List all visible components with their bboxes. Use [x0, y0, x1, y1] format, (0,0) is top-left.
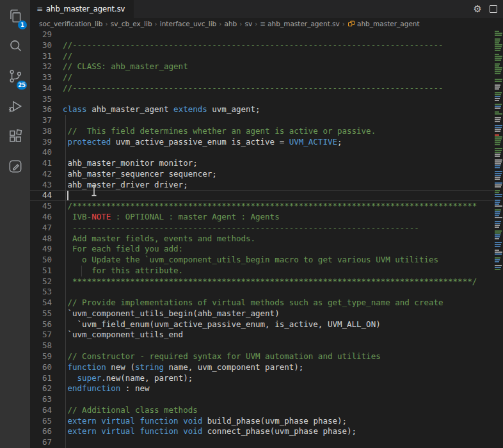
code-line[interactable]: 38 // This field determines whether an a… [30, 126, 494, 137]
code-line[interactable]: 44 [30, 190, 494, 201]
line-number[interactable]: 47 [30, 223, 63, 234]
code-line[interactable]: 63 [30, 394, 494, 405]
code-line[interactable]: 45 /************************************… [30, 201, 494, 212]
line-number[interactable]: 52 [30, 276, 63, 287]
line-number[interactable]: 36 [30, 104, 63, 115]
code-line[interactable]: 46 IVB-NOTE : OPTIONAL : master Agent : … [30, 212, 494, 223]
line-number[interactable]: 58 [30, 340, 63, 351]
code-line[interactable]: 67 [30, 437, 494, 448]
line-number[interactable]: 46 [30, 212, 63, 223]
line-number[interactable]: 67 [30, 437, 63, 448]
line-number[interactable]: 43 [30, 180, 63, 191]
code-line[interactable]: 47 -------------------------------------… [30, 223, 494, 234]
line-number[interactable]: 62 [30, 383, 63, 394]
line-number[interactable]: 63 [30, 394, 63, 405]
line-number[interactable]: 64 [30, 405, 63, 416]
line-number[interactable]: 39 [30, 137, 63, 148]
code-line[interactable]: 43 ahb_master_driver driver; [30, 180, 494, 191]
code-line[interactable]: 42 ahb_master_sequencer sequencer; [30, 169, 494, 180]
code-line[interactable]: 61 super.new(name, parent); [30, 373, 494, 384]
line-number[interactable]: 30 [30, 40, 63, 51]
code-line[interactable]: 39 protected uvm_active_passive_enum is_… [30, 137, 494, 148]
code-line[interactable]: 59 // Constructor - required syntax for … [30, 351, 494, 362]
line-number[interactable]: 66 [30, 426, 63, 437]
line-number[interactable]: 33 [30, 72, 63, 83]
settings-gear-icon[interactable]: ⚙ [474, 4, 482, 14]
line-number[interactable]: 31 [30, 51, 63, 62]
line-number[interactable]: 45 [30, 201, 63, 212]
line-number[interactable]: 44 [30, 190, 63, 201]
line-number[interactable]: 34 [30, 83, 63, 94]
line-number[interactable]: 60 [30, 362, 63, 373]
code-line[interactable]: 35 [30, 94, 494, 105]
breadcrumb-file[interactable]: ≡ahb_master_agent.sv [260, 20, 339, 28]
code-line[interactable]: 57 `uvm_component_utils_end [30, 330, 494, 340]
line-number[interactable]: 61 [30, 373, 63, 384]
code-line[interactable]: 53 [30, 287, 494, 298]
line-number[interactable]: 55 [30, 308, 63, 319]
breadcrumb-item[interactable]: sv [244, 20, 252, 28]
activity-item-pencil-box[interactable] [0, 152, 30, 182]
line-number[interactable]: 65 [30, 416, 63, 427]
code-line[interactable]: 30//------------------------------------… [30, 40, 494, 51]
line-number[interactable]: 37 [30, 115, 63, 126]
code-line[interactable]: 54 // Provide implementations of virtual… [30, 298, 494, 308]
code-line[interactable]: 64 // Additional class methods [30, 405, 494, 416]
line-number[interactable]: 41 [30, 158, 63, 169]
code-line[interactable]: 65 extern virtual function void build_ph… [30, 416, 494, 427]
line-number[interactable]: 56 [30, 319, 63, 330]
line-number[interactable]: 38 [30, 126, 63, 137]
line-number[interactable]: 53 [30, 287, 63, 298]
code-line[interactable]: 40 [30, 147, 494, 158]
activity-item-search[interactable] [0, 32, 30, 62]
minimap-row [495, 240, 502, 241]
line-number[interactable]: 35 [30, 94, 63, 105]
breadcrumb-item[interactable]: soc_verification_lib [39, 20, 103, 28]
code-line[interactable]: 33// [30, 72, 494, 83]
code-line[interactable]: 48 Add master fields, events and methods… [30, 234, 494, 244]
activity-item-explorer[interactable]: 1 [0, 2, 30, 32]
code-line[interactable]: 60 function new (string name, uvm_compon… [30, 362, 494, 373]
code-line[interactable]: 52 *************************************… [30, 276, 494, 287]
code-line[interactable]: 66 extern virtual function void connect_… [30, 426, 494, 437]
tab-ahb-master-agent[interactable]: ≡ ahb_master_agent.sv [30, 0, 134, 18]
code-line[interactable]: 62 endfunction : new [30, 383, 494, 394]
code-line[interactable]: 37 [30, 115, 494, 126]
breadcrumb-item[interactable]: sv_cb_ex_lib [111, 20, 152, 28]
code-line[interactable]: 51 for this attribute. [30, 266, 494, 276]
code-line[interactable]: 56 `uvm_field_enum(uvm_active_passive_en… [30, 319, 494, 330]
activity-item-source-control[interactable]: 25 [0, 62, 30, 92]
minimap-row [495, 150, 502, 151]
line-number[interactable]: 59 [30, 351, 63, 362]
line-number[interactable]: 29 [30, 29, 63, 40]
code-line[interactable]: 31// [30, 51, 494, 62]
line-number[interactable]: 40 [30, 147, 63, 158]
code-line[interactable]: 41 ahb_master_monitor monitor; [30, 158, 494, 169]
breadcrumb-symbol[interactable]: ahb_master_agent [347, 20, 420, 28]
line-number[interactable]: 32 [30, 61, 63, 72]
code-line[interactable]: 34//------------------------------------… [30, 83, 494, 94]
vscode-window: 1 25 [0, 0, 503, 448]
activity-item-extensions[interactable] [0, 122, 30, 152]
line-number[interactable]: 42 [30, 169, 63, 180]
code-line[interactable]: 58 [30, 340, 494, 351]
code-editor[interactable]: 2930//----------------------------------… [30, 29, 503, 448]
line-number[interactable]: 50 [30, 255, 63, 266]
minimap-row [495, 175, 501, 176]
code-line[interactable]: 36class ahb_master_agent extends uvm_age… [30, 104, 494, 115]
minimap[interactable] [494, 29, 503, 448]
code-line[interactable]: 50 o Update the `uvm_component_utils_beg… [30, 255, 494, 266]
code-line[interactable]: 49 For each field you add: [30, 244, 494, 255]
code-line[interactable]: 32// CLASS: ahb_master_agent [30, 61, 494, 72]
activity-item-run-debug[interactable] [0, 92, 30, 122]
code-line[interactable]: 29 [30, 29, 494, 40]
breadcrumb-item[interactable]: interface_uvc_lib [160, 20, 216, 28]
line-number[interactable]: 57 [30, 330, 63, 340]
code-line[interactable]: 55 `uvm_component_utils_begin(ahb_master… [30, 308, 494, 319]
line-number[interactable]: 49 [30, 244, 63, 255]
line-number[interactable]: 54 [30, 298, 63, 308]
line-number[interactable]: 48 [30, 234, 63, 244]
breadcrumb-item[interactable]: ahb [224, 20, 237, 28]
editor-layout-icon[interactable] [490, 5, 497, 13]
line-number[interactable]: 51 [30, 266, 63, 276]
